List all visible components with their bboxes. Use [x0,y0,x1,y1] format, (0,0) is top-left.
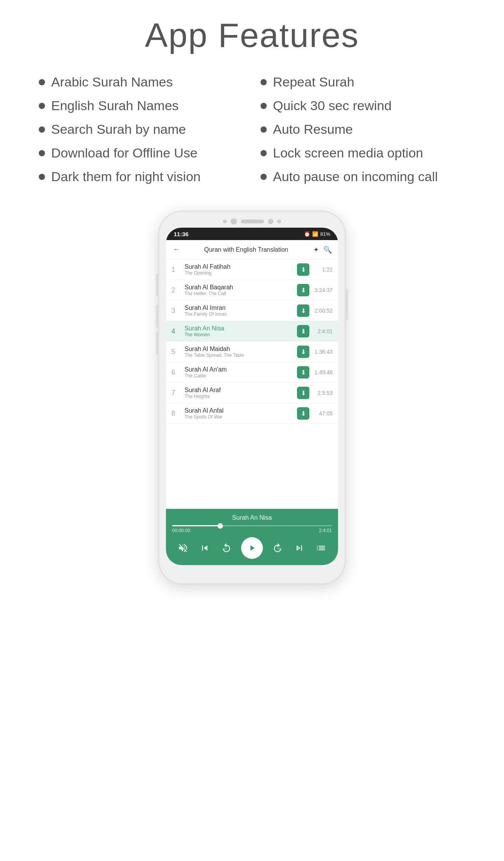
surah-item[interactable]: 5 Surah Al Maidah The Table Spread, The … [166,342,338,362]
phone-camera [268,219,273,224]
feature-left-4: Dark them for night vision [39,169,243,184]
total-time: 2:4:01 [319,528,332,533]
download-icon: ⬇ [301,369,306,376]
feature-left-0: Arabic Surah Names [39,74,243,90]
surah-name: Surah Al Fatihah [185,263,293,270]
svg-text:30: 30 [278,548,280,550]
surah-item[interactable]: 8 Surah Al Anfal The Spoils Of War ⬇ 47:… [166,403,338,424]
surah-duration: 3:24:37 [313,287,333,293]
surah-number: 3 [171,307,181,315]
feature-right-1: Quick 30 sec rewind [261,98,465,113]
bullet-icon [261,174,267,180]
rewind-button[interactable]: 30 [219,541,233,555]
theme-button[interactable]: ✦ [310,244,322,256]
battery-text: 81% [320,231,330,237]
forward-button[interactable]: 30 [271,541,285,555]
surah-item[interactable]: 4 Surah An Nisa The Women ⬇ 2:4:01 [166,321,338,342]
surah-item[interactable]: 3 Surah Al Imran The Family Of Imran ⬇ 2… [166,301,338,321]
surah-subtitle: The Spoils Of War [185,414,293,420]
surah-item[interactable]: 7 Surah Al Araf The Heights ⬇ 2:5:53 [166,383,338,403]
surah-name: Surah Al Anfal [185,407,293,414]
download-button[interactable]: ⬇ [297,346,309,358]
surah-number: 2 [171,286,181,294]
feature-left-1: English Surah Names [39,98,243,113]
play-button[interactable] [241,537,263,559]
download-button[interactable]: ⬇ [297,304,309,317]
feature-left-2: Search Surah by name [39,122,243,137]
download-button[interactable]: ⬇ [297,284,309,296]
phone-dot-2 [277,220,281,223]
surah-duration: 1:22 [313,266,333,273]
surah-number: 4 [171,327,181,335]
surah-subtitle: The Heifer, The Calf [185,291,293,296]
bullet-icon [261,79,267,85]
surah-duration: 1:49:46 [313,369,333,375]
download-button[interactable]: ⬇ [297,407,309,420]
surah-subtitle: The Table Spread, The Table [185,353,293,358]
alarm-icon: ⏰ [304,231,310,237]
theme-icon: ✦ [313,246,319,254]
phone-mockup: 11:36 ⏰ 📶 81% ← Quran with English Trans… [159,211,345,584]
surah-name: Surah Al Imran [185,304,293,311]
surah-info: Surah Al An'am The Cattle [185,366,293,379]
surah-name: Surah Al Araf [185,387,293,394]
download-icon: ⬇ [301,307,306,315]
surah-name: Surah Al An'am [185,366,293,373]
current-time: 00:00:00 [172,528,190,533]
surah-item[interactable]: 6 Surah Al An'am The Cattle ⬇ 1:49:46 [166,362,338,383]
bullet-icon [261,103,267,109]
bullet-icon [39,103,45,109]
features-left-col: Arabic Surah NamesEnglish Surah NamesSea… [39,74,243,184]
features-right-col: Repeat SurahQuick 30 sec rewindAuto Resu… [261,74,465,184]
phone-screen: 11:36 ⏰ 📶 81% ← Quran with English Trans… [166,228,338,565]
surah-info: Surah Al Anfal The Spoils Of War [185,407,293,420]
player-progress[interactable] [172,525,332,526]
progress-thumb [217,523,223,529]
bullet-icon [261,150,267,156]
feature-right-4: Auto pause on incoming call [261,169,465,184]
search-button[interactable]: 🔍 [322,244,333,256]
prev-button[interactable] [198,541,212,555]
surah-info: Surah Al Maidah The Table Spread, The Ta… [185,346,293,358]
surah-subtitle: The Women [185,332,293,337]
surah-item[interactable]: 2 Surah Al Baqarah The Heifer, The Calf … [166,280,338,301]
surah-subtitle: The Opening [185,270,293,276]
download-icon: ⬇ [301,328,306,335]
download-icon: ⬇ [301,266,306,273]
download-button[interactable]: ⬇ [297,366,309,379]
surah-number: 5 [171,348,181,356]
progress-fill [172,525,220,526]
download-button[interactable]: ⬇ [297,325,309,337]
app-bar: ← Quran with English Translation ✦ 🔍 [166,240,338,259]
next-button[interactable] [292,541,306,555]
surah-duration: 2:00:52 [313,308,333,314]
download-button[interactable]: ⬇ [297,387,309,399]
surah-number: 8 [171,410,181,418]
download-icon: ⬇ [301,410,306,417]
surah-info: Surah Al Araf The Heights [185,387,293,399]
surah-duration: 2:4:01 [313,328,333,334]
download-icon: ⬇ [301,348,306,356]
surah-subtitle: The Heights [185,394,293,399]
surah-subtitle: The Cattle [185,373,293,379]
surah-number: 1 [171,266,181,274]
surah-info: Surah Al Fatihah The Opening [185,263,293,276]
download-button[interactable]: ⬇ [297,263,309,276]
surah-duration: 2:5:53 [313,390,333,396]
mute-button[interactable] [176,541,190,555]
feature-right-2: Auto Resume [261,122,465,137]
back-button[interactable]: ← [171,244,182,256]
bullet-icon [39,126,45,133]
phone-speaker [241,220,264,223]
surah-name: Surah An Nisa [185,325,293,332]
download-icon: ⬇ [301,287,306,294]
phone-top-bar [166,218,338,225]
player-title: Surah An Nisa [172,514,332,521]
surah-list: 1 Surah Al Fatihah The Opening ⬇ 1:22 2 … [166,259,338,509]
status-icons: ⏰ 📶 81% [304,231,330,237]
playlist-button[interactable] [314,541,328,555]
search-icon: 🔍 [323,246,332,254]
surah-name: Surah Al Baqarah [185,284,293,291]
surah-item[interactable]: 1 Surah Al Fatihah The Opening ⬇ 1:22 [166,259,338,280]
progress-track [172,525,332,526]
